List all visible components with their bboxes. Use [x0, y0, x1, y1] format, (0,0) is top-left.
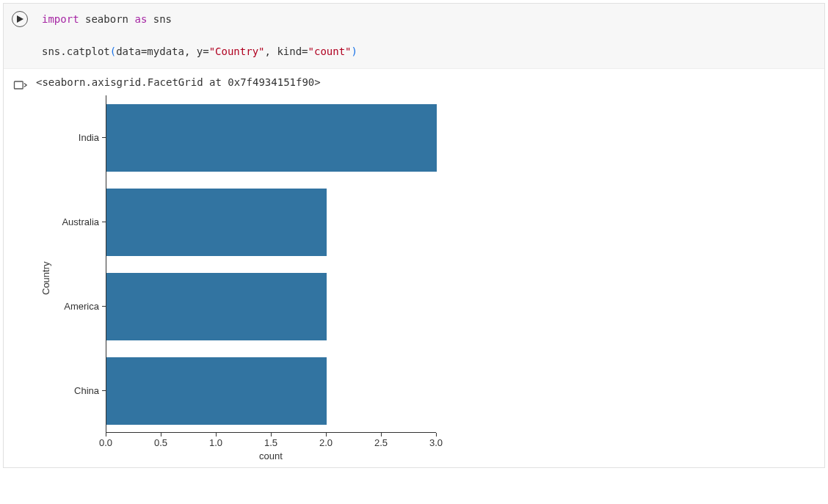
x-tick-label: 1.5: [264, 437, 277, 448]
module-name: seaborn: [85, 13, 128, 25]
svg-marker-0: [17, 15, 23, 23]
plot-area: [106, 95, 436, 433]
bar-row: [106, 273, 327, 340]
keyword-as: as: [134, 13, 147, 25]
x-ticks: 0.00.51.01.52.02.53.0: [106, 433, 436, 448]
x-tick-label: 2.5: [374, 437, 388, 448]
run-gutter: [4, 4, 36, 27]
bar-row: [106, 357, 327, 425]
x-tick-label: 2.0: [319, 437, 333, 448]
output-toggle-icon[interactable]: [12, 78, 27, 92]
svg-rect-1: [15, 81, 23, 89]
y-tick-label: America: [64, 264, 106, 348]
keyword-import: import: [42, 13, 79, 25]
bar: [106, 357, 327, 425]
bar-row: [106, 189, 327, 256]
y-tick-label: Australia: [62, 180, 106, 264]
x-tick-label: 1.0: [209, 437, 222, 448]
play-icon: [16, 15, 23, 23]
bar: [106, 104, 437, 172]
alias-name: sns: [153, 13, 172, 25]
fn-name: catplot: [67, 45, 110, 57]
input-row: import seaborn as sns sns.catplot(data=m…: [4, 4, 824, 69]
x-tick-label: 0.0: [99, 437, 112, 448]
obj-name: sns: [42, 45, 60, 57]
bar-row: [106, 104, 437, 172]
output-body: <seaborn.axisgrid.FacetGrid at 0x7f49341…: [36, 76, 824, 467]
bar: [106, 189, 327, 256]
code-editor[interactable]: import seaborn as sns sns.catplot(data=m…: [36, 4, 824, 68]
chart: Country IndiaAustraliaAmericaChina 0.00.…: [39, 95, 487, 461]
y-ticks: IndiaAustraliaAmericaChina: [53, 95, 106, 433]
x-tick-label: 0.5: [154, 437, 167, 448]
bar: [106, 273, 327, 340]
output-row: <seaborn.axisgrid.FacetGrid at 0x7f49341…: [4, 69, 824, 467]
y-axis-label: Country: [39, 95, 53, 461]
output-repr: <seaborn.axisgrid.FacetGrid at 0x7f49341…: [36, 76, 818, 95]
y-tick-label: India: [79, 95, 106, 180]
x-axis-label: count: [106, 448, 436, 461]
output-gutter: [4, 76, 36, 92]
run-button[interactable]: [12, 11, 28, 27]
notebook-cell: import seaborn as sns sns.catplot(data=m…: [3, 3, 825, 468]
y-tick-label: China: [74, 348, 106, 433]
x-tick-label: 3.0: [429, 437, 443, 448]
